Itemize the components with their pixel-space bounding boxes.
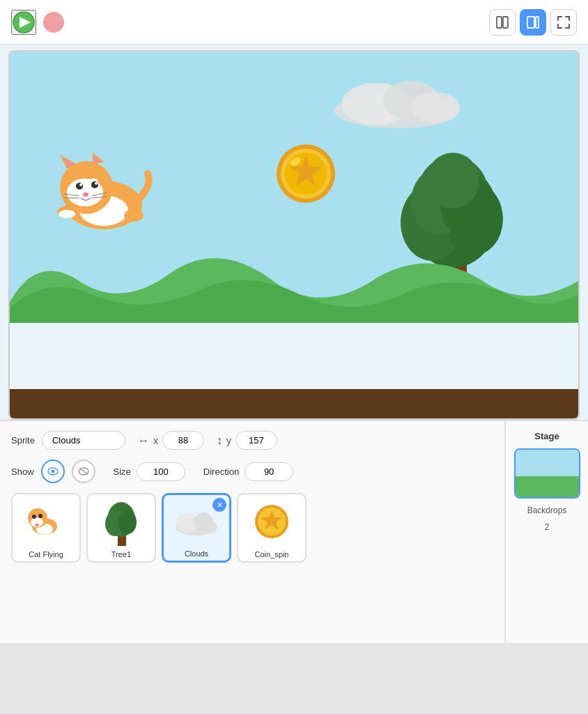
show-eye-button[interactable] <box>41 459 65 483</box>
show-label: Show <box>11 466 34 477</box>
direction-input[interactable] <box>245 462 293 481</box>
svg-point-56 <box>35 524 39 526</box>
y-label: y <box>226 435 231 446</box>
svg-rect-3 <box>503 17 508 28</box>
sprite-panel: Sprite ↔ x ↕ y Show <box>0 421 504 643</box>
stage-panel-title: Stage <box>534 431 559 441</box>
stage-area <box>0 45 588 420</box>
svg-point-47 <box>51 470 54 473</box>
stop-button[interactable] <box>43 12 64 33</box>
sprite-thumb-tree1[interactable]: Tree1 <box>86 493 156 563</box>
stage-thumb-grass <box>516 476 579 497</box>
stage-panel: Stage Backdrops 2 <box>504 421 588 643</box>
svg-point-21 <box>91 181 98 188</box>
stage-thumb-mini <box>516 450 579 497</box>
tree1-thumb-label: Tree1 <box>111 550 131 559</box>
hide-eye-button[interactable] <box>72 459 95 483</box>
svg-point-20 <box>76 183 83 190</box>
svg-point-60 <box>118 510 137 534</box>
bottom-panel: Sprite ↔ x ↕ y Show <box>0 420 588 643</box>
delete-sprite-button[interactable]: ✕ <box>212 498 226 512</box>
cat-flying-thumb-img <box>25 494 67 549</box>
svg-point-22 <box>79 183 82 186</box>
cloud-sprite <box>327 79 467 131</box>
svg-point-23 <box>95 182 98 185</box>
coin-sprite <box>274 142 337 205</box>
sprite-label: Sprite <box>11 435 35 446</box>
y-arrow-icon: ↕ <box>217 434 222 447</box>
svg-point-63 <box>194 512 213 531</box>
clouds-thumb-label: Clouds <box>185 549 208 558</box>
svg-point-9 <box>411 92 460 123</box>
show-row: Show Size Direction <box>11 459 493 483</box>
sprite-info-row: Sprite ↔ x ↕ y <box>11 431 493 450</box>
svg-rect-2 <box>497 17 502 28</box>
layout-stage-button[interactable] <box>520 9 546 36</box>
top-bar-right <box>489 9 577 36</box>
svg-point-54 <box>32 515 36 519</box>
stage-thumbnail[interactable] <box>514 448 580 499</box>
y-coord-group: ↕ y <box>217 431 277 450</box>
x-coord-input[interactable] <box>162 431 204 450</box>
top-bar <box>0 0 588 45</box>
cat-flying-thumb-label: Cat Flying <box>29 550 63 559</box>
sprite-thumb-coin-spin[interactable]: Coin_spin <box>237 493 307 563</box>
sprite-thumb-cat-flying[interactable]: Cat Flying <box>11 493 81 563</box>
svg-point-55 <box>38 514 42 518</box>
sprite-name-input[interactable] <box>42 431 125 450</box>
svg-rect-4 <box>527 17 534 28</box>
x-arrow-icon: ↔ <box>138 434 149 447</box>
sprite-thumb-clouds[interactable]: ✕ Clouds <box>162 493 231 563</box>
cat-flying-sprite <box>45 149 163 240</box>
fullscreen-button[interactable] <box>550 9 577 36</box>
grass-layer <box>10 239 578 323</box>
svg-point-31 <box>124 209 144 222</box>
stage-canvas <box>8 50 580 420</box>
direction-group: Direction <box>203 462 293 481</box>
backdrops-count: 2 <box>545 522 550 532</box>
coin-spin-thumb-label: Coin_spin <box>255 550 289 559</box>
svg-rect-5 <box>536 17 539 28</box>
coin-spin-thumb-img <box>253 494 291 549</box>
green-flag-button[interactable] <box>11 10 36 35</box>
sprites-row: Cat Flying Tree1 ✕ <box>11 493 493 563</box>
size-input[interactable] <box>137 462 185 481</box>
backdrops-label: Backdrops <box>527 506 567 515</box>
layout-editor-button[interactable] <box>489 9 516 36</box>
x-coord-group: ↔ x <box>138 431 204 450</box>
top-bar-left <box>11 10 64 35</box>
x-label: x <box>153 435 158 446</box>
svg-line-49 <box>79 469 88 474</box>
y-coord-input[interactable] <box>235 431 277 450</box>
size-group: Size <box>114 462 185 481</box>
tree1-thumb-img <box>104 494 139 549</box>
direction-label: Direction <box>203 466 239 477</box>
svg-point-30 <box>59 210 75 218</box>
svg-point-45 <box>426 153 479 208</box>
size-label: Size <box>114 466 131 477</box>
svg-point-24 <box>83 192 88 197</box>
ground-layer <box>10 389 578 418</box>
